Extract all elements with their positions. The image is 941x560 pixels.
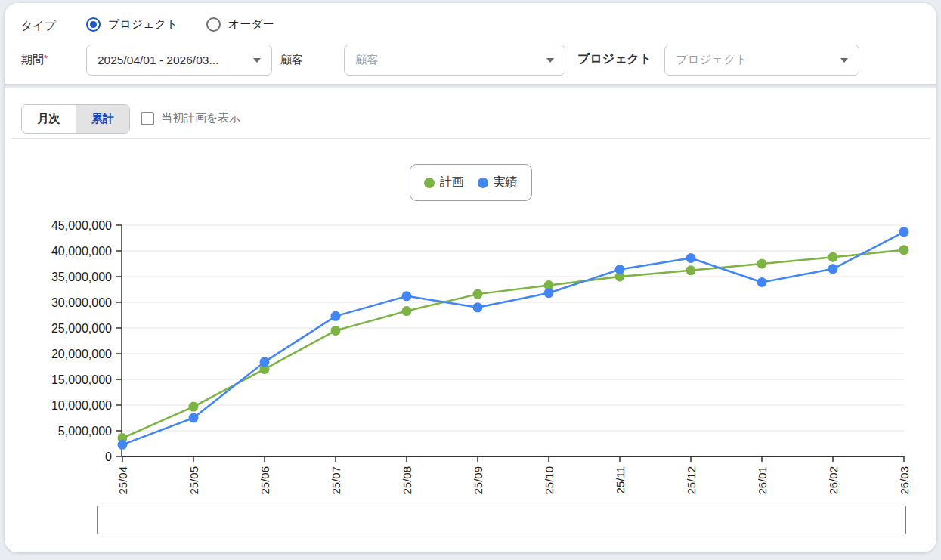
chevron-down-icon xyxy=(253,58,261,63)
y-tick-label: 0 xyxy=(105,450,112,463)
x-tick-label: 25/12 xyxy=(685,466,698,495)
project-select-placeholder: プロジェクト xyxy=(676,52,834,68)
data-point-実績 xyxy=(118,440,128,450)
radio-order-label[interactable]: オーダー xyxy=(228,17,274,32)
tab-monthly[interactable]: 月次 xyxy=(22,105,76,133)
type-filter-label: タイプ xyxy=(21,19,56,33)
data-point-計画 xyxy=(899,245,909,255)
period-select-value: 2025/04/01 - 2026/03... xyxy=(98,54,247,67)
customer-filter-label: 顧客 xyxy=(280,53,303,67)
main-card: タイプ プロジェクト オーダー 期間* 2025/04/01 - 2026/03… xyxy=(5,3,936,552)
x-tick-label: 25/10 xyxy=(543,466,556,495)
data-point-実績 xyxy=(473,302,483,312)
data-point-実績 xyxy=(260,357,270,367)
x-tick-label: 25/09 xyxy=(472,466,484,495)
initial-plan-checkbox[interactable] xyxy=(141,112,154,125)
x-tick-label: 25/07 xyxy=(330,466,342,495)
legend-label: 計画 xyxy=(440,175,464,190)
data-point-計画 xyxy=(189,402,199,412)
series-line-実績 xyxy=(122,232,904,445)
data-point-計画 xyxy=(686,265,696,275)
chevron-down-icon xyxy=(546,58,554,63)
x-tick-label: 25/11 xyxy=(614,466,627,493)
y-tick-label: 45,000,000 xyxy=(51,219,112,232)
tab-cumulative[interactable]: 累計 xyxy=(76,105,129,133)
filter-section: タイプ プロジェクト オーダー 期間* 2025/04/01 - 2026/03… xyxy=(5,3,936,84)
y-tick-label: 30,000,000 xyxy=(51,296,112,309)
chart-section: 月次 累計 当初計画を表示 05,000,00010,000,00015,000… xyxy=(5,88,936,552)
period-filter-label: 期間* xyxy=(21,53,48,67)
x-tick-label: 25/08 xyxy=(401,466,413,495)
legend-label: 実績 xyxy=(494,175,518,190)
y-tick-label: 20,000,000 xyxy=(51,348,112,360)
data-point-計画 xyxy=(402,306,412,316)
y-tick-label: 15,000,000 xyxy=(51,373,112,386)
view-tab-group: 月次 累計 xyxy=(21,104,130,134)
period-label-text: 期間 xyxy=(21,53,44,66)
y-tick-label: 10,000,000 xyxy=(51,399,112,412)
radio-project-label[interactable]: プロジェクト xyxy=(108,17,178,32)
data-point-計画 xyxy=(757,259,767,269)
data-point-実績 xyxy=(544,288,554,298)
chart-range-selector[interactable] xyxy=(97,506,906,534)
data-point-計画 xyxy=(828,252,838,262)
x-tick-label: 26/02 xyxy=(827,466,840,495)
initial-plan-checkbox-label[interactable]: 当初計画を表示 xyxy=(161,111,240,125)
type-radio-group: プロジェクト オーダー xyxy=(86,17,296,32)
data-point-実績 xyxy=(189,413,199,423)
x-tick-label: 25/05 xyxy=(187,466,200,495)
project-select[interactable]: プロジェクト xyxy=(664,45,859,76)
period-select[interactable]: 2025/04/01 - 2026/03... xyxy=(86,45,272,76)
radio-project[interactable] xyxy=(86,17,101,32)
project-filter-label: プロジェクト xyxy=(577,51,652,67)
data-point-実績 xyxy=(757,277,767,287)
y-tick-label: 40,000,000 xyxy=(51,245,112,258)
legend-item: 実績 xyxy=(478,175,518,190)
radio-order[interactable] xyxy=(206,17,221,32)
data-point-実績 xyxy=(828,264,838,274)
x-tick-label: 25/04 xyxy=(116,466,129,495)
data-point-実績 xyxy=(686,253,696,263)
customer-select[interactable]: 顧客 xyxy=(344,45,565,76)
y-tick-label: 25,000,000 xyxy=(51,322,112,335)
initial-plan-checkbox-row: 当初計画を表示 xyxy=(141,111,240,125)
data-point-実績 xyxy=(402,291,412,301)
data-point-実績 xyxy=(899,227,909,237)
legend-item: 計画 xyxy=(424,175,464,190)
chevron-down-icon xyxy=(840,58,848,63)
chart-container: 05,000,00010,000,00015,000,00020,000,000… xyxy=(11,138,930,546)
data-point-実績 xyxy=(615,265,625,274)
legend-dot xyxy=(478,178,488,188)
x-tick-label: 26/01 xyxy=(756,466,769,495)
x-tick-label: 26/03 xyxy=(898,466,911,495)
data-point-実績 xyxy=(331,311,341,321)
x-tick-label: 25/06 xyxy=(258,466,271,495)
chart-legend: 計画実績 xyxy=(410,164,532,201)
y-tick-label: 35,000,000 xyxy=(51,271,112,283)
data-point-計画 xyxy=(331,326,341,336)
required-asterisk: * xyxy=(44,53,48,64)
y-tick-label: 5,000,000 xyxy=(58,425,112,438)
customer-select-placeholder: 顧客 xyxy=(355,52,540,68)
data-point-計画 xyxy=(473,289,483,299)
legend-dot xyxy=(424,178,435,188)
